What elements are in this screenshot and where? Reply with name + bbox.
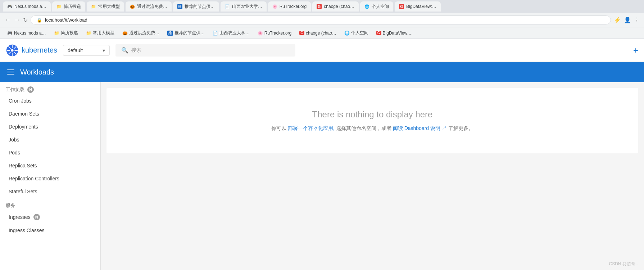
empty-subtitle-prefix: 你可以 <box>271 125 286 131</box>
sidebar-item-deployments[interactable]: Deployments <box>0 120 100 133</box>
sidebar-item-daemon-sets[interactable]: Daemon Sets <box>0 107 100 120</box>
sidebar-label-jobs: Jobs <box>9 137 19 143</box>
sidebar-item-cron-jobs[interactable]: Cron Jobs <box>0 94 100 107</box>
tab-label: BigDataView:… <box>406 4 436 9</box>
tab-favicon-univ: 📄 <box>225 4 230 9</box>
sidebar-item-ingress-classes[interactable]: Ingress Classes <box>0 224 100 237</box>
sidebar-label-stateful-sets: Stateful Sets <box>9 189 37 194</box>
sidebar-item-replica-sets[interactable]: Replica Sets <box>0 159 100 172</box>
namespace-value: default <box>68 48 83 53</box>
deploy-app-link[interactable]: 部署一个容器化应用, <box>288 125 335 131</box>
tab-label: RuTracker.org <box>280 4 307 9</box>
tab-favicon-models: 📁 <box>91 4 96 9</box>
bookmark-icon-univ: 📄 <box>213 31 218 36</box>
bookmark-nodes[interactable]: 推 推荐的节点供… <box>164 29 208 37</box>
sidebar-services-section: 服务 <box>0 198 100 210</box>
address-bar[interactable]: 🔒 localhost/#/workload <box>31 15 611 24</box>
tab-favicon-rutracker: 🌸 <box>272 4 277 9</box>
sidebar-services-label: 服务 <box>6 203 15 208</box>
bookmark-resume[interactable]: 📁 简历投递 <box>51 29 81 37</box>
tab-favicon-chaoge: G <box>317 4 322 9</box>
bookmark-label: 简历投递 <box>61 30 78 36</box>
sidebar-label-ingresses: Ingresses <box>9 214 31 220</box>
namespace-selector[interactable]: default ▾ <box>63 45 110 56</box>
empty-subtitle-middle: 选择其他命名空间，或者 <box>336 125 391 131</box>
ingresses-badge: N <box>33 214 40 220</box>
sidebar-item-replication-controllers[interactable]: Replication Controllers <box>0 172 100 185</box>
bookmark-nexus[interactable]: 🎮 Nexus mods a… <box>4 30 49 36</box>
tab-rutracker[interactable]: 🌸 RuTracker.org <box>268 1 311 12</box>
bookmark-icon-nexus: 🎮 <box>7 31 13 36</box>
empty-state-title: There is nothing to display here <box>114 109 631 120</box>
bookmark-icon-bigdata: G <box>376 31 381 35</box>
tab-favicon-nexus: 🎮 <box>7 4 12 9</box>
search-bar[interactable]: 🔍 搜索 <box>115 44 295 57</box>
sidebar-item-jobs[interactable]: Jobs <box>0 133 100 146</box>
bookmark-label: 通过洪流免费… <box>129 30 159 36</box>
tab-models[interactable]: 📁 常用大模型 <box>87 1 124 12</box>
bookmark-icon-rutracker: 🌸 <box>258 31 263 36</box>
sidebar: 工作负载 N Cron Jobs Daemon Sets Deployments… <box>0 82 101 270</box>
hamburger-line-2 <box>7 72 14 72</box>
add-resource-button[interactable]: + <box>633 45 638 55</box>
bookmark-label: RuTracker.org <box>264 31 292 36</box>
nav-forward[interactable]: → <box>14 16 20 24</box>
tab-favicon-torrent: 🎃 <box>130 4 135 9</box>
sidebar-workloads-section: 工作负载 N <box>0 82 100 94</box>
dashboard-docs-link[interactable]: 阅读 Dashboard 说明 ↗ <box>393 125 447 131</box>
empty-state-subtitle: 你可以 部署一个容器化应用, 选择其他命名空间，或者 阅读 Dashboard … <box>114 125 631 132</box>
bookmark-chaoge[interactable]: G chaoge (chao… <box>296 30 339 36</box>
sidebar-item-ingresses[interactable]: Ingresses N <box>0 210 100 224</box>
section-header: Workloads <box>0 62 644 82</box>
nav-back[interactable]: ← <box>4 16 11 24</box>
bookmark-label: 推荐的节点供… <box>174 30 205 36</box>
tab-torrent[interactable]: 🎃 通过洪流免费… <box>126 1 172 12</box>
menu-dots[interactable]: ⋮ <box>634 17 640 23</box>
section-title: Workloads <box>20 68 54 76</box>
hamburger-line-3 <box>7 74 14 75</box>
kube-logo: kubernetes <box>6 44 57 57</box>
bookmark-space[interactable]: 🌐 个人空间 <box>341 29 371 37</box>
sidebar-item-pods[interactable]: Pods <box>0 146 100 159</box>
main-layout: 工作负载 N Cron Jobs Daemon Sets Deployments… <box>0 82 644 270</box>
bookmark-label: 山西农业大学… <box>219 30 250 36</box>
svg-rect-4 <box>7 50 10 51</box>
bookmark-univ[interactable]: 📄 山西农业大学… <box>210 29 253 37</box>
bookmark-label: BigDataView:… <box>383 31 413 36</box>
tab-space[interactable]: 🌐 个人空间 <box>360 1 393 12</box>
tab-favicon-nodes: 推 <box>177 4 182 9</box>
empty-subtitle-suffix: 了解更多。 <box>448 125 473 131</box>
bookmark-rutracker[interactable]: 🌸 RuTracker.org <box>255 30 295 36</box>
tab-label: 通过洪流免费… <box>137 4 167 10</box>
sidebar-item-stateful-sets[interactable]: Stateful Sets <box>0 185 100 198</box>
extensions-icon[interactable]: ⚡ <box>614 17 621 23</box>
bookmark-icon-models: 📁 <box>86 31 91 36</box>
empty-state-container: There is nothing to display here 你可以 部署一… <box>106 88 638 153</box>
sidebar-label-daemon-sets: Daemon Sets <box>9 111 39 117</box>
tab-resume[interactable]: 📁 简历投递 <box>52 1 85 12</box>
svg-rect-3 <box>12 53 13 56</box>
sidebar-label-pods: Pods <box>9 150 20 156</box>
bookmark-models[interactable]: 📁 常用大模型 <box>83 29 117 37</box>
tab-univ[interactable]: 📄 山西农业大学… <box>221 1 267 12</box>
tab-label: 简历投递 <box>64 4 81 10</box>
tab-nodes[interactable]: 推 推荐的节点供… <box>173 1 219 12</box>
svg-point-1 <box>11 49 13 51</box>
watermark: CSDN @超哥… <box>609 261 640 267</box>
tab-chaoge[interactable]: G chaoge (chao… <box>312 1 359 12</box>
bookmark-label: 常用大模型 <box>93 30 114 36</box>
tab-label: chaoge (chao… <box>324 4 354 9</box>
bookmark-label: 个人空间 <box>351 30 368 36</box>
sidebar-label-cron-jobs: Cron Jobs <box>9 98 32 104</box>
nav-refresh[interactable]: ↻ <box>23 17 28 23</box>
sidebar-label-deployments: Deployments <box>9 124 38 130</box>
tab-label: Nexus mods a… <box>14 4 46 9</box>
workloads-badge: N <box>27 86 34 93</box>
hamburger-menu-button[interactable] <box>7 69 14 75</box>
tab-nexus[interactable]: 🎮 Nexus mods a… <box>3 1 51 12</box>
tab-bigdata[interactable]: G BigDataView:… <box>395 1 441 12</box>
bookmark-torrent[interactable]: 🎃 通过洪流免费… <box>119 29 162 37</box>
profile-icon[interactable]: 👤 <box>624 17 631 23</box>
tab-favicon-resume: 📁 <box>56 4 62 9</box>
bookmark-bigdata[interactable]: G BigDataView:… <box>373 30 416 36</box>
